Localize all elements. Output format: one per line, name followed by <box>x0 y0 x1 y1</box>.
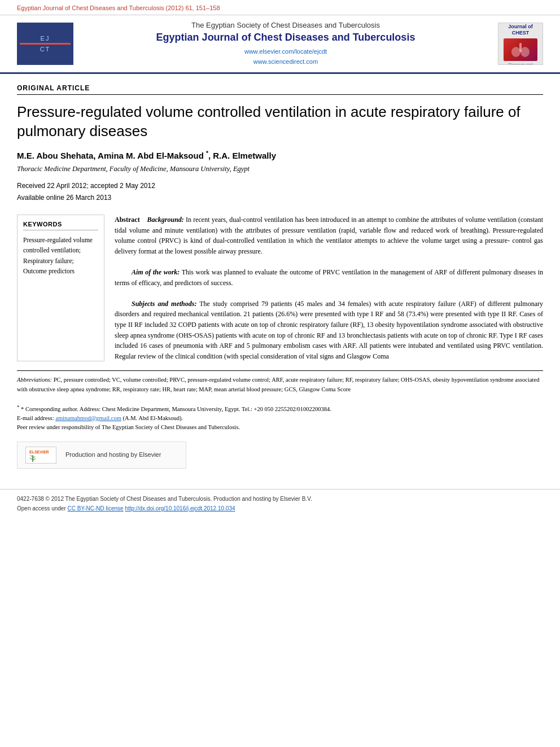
received-date: Received 22 April 2012; accepted 2 May 2… <box>17 180 543 193</box>
doi-suffix[interactable]: http://dx.doi.org/10.1016/j.ejcdt.2012.1… <box>125 505 235 512</box>
keywords-title: KEYWORDS <box>23 221 98 230</box>
citation-text: Egyptian Journal of Chest Diseases and T… <box>17 5 220 11</box>
svg-point-0 <box>511 47 520 57</box>
email-prefix: E-mail address: <box>17 415 55 421</box>
authors: M.E. Abou Shehata, Amina M. Abd El-Makso… <box>17 150 543 160</box>
peer-review-text: Peer review under responsibility of The … <box>17 424 240 430</box>
abstract-block: Abstract Background: In recent years, du… <box>115 215 543 361</box>
svg-text:ELSEVIER: ELSEVIER <box>29 450 49 454</box>
journal-urls: www.elsevier.com/locate/ejcdt www.scienc… <box>81 47 490 67</box>
svg-point-1 <box>520 47 530 57</box>
top-bar: Egyptian Journal of Chest Diseases and T… <box>0 0 560 15</box>
url1[interactable]: www.elsevier.com/locate/ejcdt <box>81 47 490 57</box>
elsevier-logo: ELSEVIER <box>25 447 56 464</box>
cover-image <box>504 38 537 61</box>
subjects-text: The study comprised 79 patients (45 male… <box>115 300 543 360</box>
corresponding-address: Address: Chest Medicine Department, Mans… <box>80 406 240 412</box>
journal-cover: The EgyptianJournal ofCHEST Diseases and… <box>498 23 543 65</box>
aim-indent <box>115 268 132 276</box>
journal-society: The Egyptian Society of Chest Diseases a… <box>81 21 490 29</box>
issn-copyright: 0422-7638 © 2012 The Egyptian Society of… <box>17 494 543 504</box>
abstract-text: Abstract Background: In recent years, du… <box>115 215 543 361</box>
content-grid: KEYWORDS Pressure-regulated volume contr… <box>17 215 543 361</box>
footnotes-divider <box>17 370 543 371</box>
journal-title-block: The Egyptian Society of Chest Diseases a… <box>81 21 490 67</box>
cc-license-link[interactable]: CC BY-NC-ND license <box>68 505 124 512</box>
journal-header: EJ CT The Egyptian Society of Chest Dise… <box>0 15 560 74</box>
email-link[interactable]: aminamahmod@gmail.com <box>55 415 121 421</box>
abbreviations-label: Abbreviations: <box>17 377 54 383</box>
corresponding-tel: Tel.: +20 050 2255202/01002200384. <box>242 406 331 412</box>
cover-title: The EgyptianJournal ofCHEST <box>504 23 537 37</box>
keyword-2: Respiratory failure; <box>23 256 98 266</box>
footnotes-left: Abbreviations: PC, pressure controlled; … <box>17 375 543 476</box>
keywords-box: KEYWORDS Pressure-regulated volume contr… <box>17 215 104 361</box>
journal-name: Egyptian Journal of Chest Diseases and T… <box>81 32 490 43</box>
url2[interactable]: www.sciencedirect.com <box>81 57 490 67</box>
dates: Received 22 April 2012; accepted 2 May 2… <box>17 180 543 204</box>
abstract-label: Abstract <box>115 216 140 224</box>
keyword-3: Outcome predictors <box>23 266 98 276</box>
page-wrapper: Egyptian Journal of Chest Diseases and T… <box>0 0 560 747</box>
elsevier-production-text: Production and hosting by Elsevier <box>65 450 161 460</box>
affiliation: Thoracic Medicine Department, Faculty of… <box>17 165 543 173</box>
corresponding-label: * * Corresponding author. <box>17 406 78 412</box>
corresponding-block: * * Corresponding author. Address: Chest… <box>17 403 543 432</box>
background-label: Background: <box>147 216 183 224</box>
abbreviations-text: Abbreviations: PC, pressure controlled; … <box>17 375 543 394</box>
abbreviations-content: PC, pressure controlled; VC, volume cont… <box>17 377 539 392</box>
open-access-line: Open access under CC BY-NC-ND license ht… <box>17 504 543 513</box>
bottom-bar: 0422-7638 © 2012 The Egyptian Society of… <box>0 489 560 518</box>
elsevier-footer: ELSEVIER Production and hosting by Elsev… <box>17 442 186 469</box>
authors-text: M.E. Abou Shehata, Amina M. Abd El-Makso… <box>17 151 276 160</box>
footnotes-section: Abbreviations: PC, pressure controlled; … <box>17 375 543 476</box>
aim-label: Aim of the work: <box>132 268 180 276</box>
keywords-list: Pressure-regulated volume controlled ven… <box>23 235 98 277</box>
available-date: Available online 26 March 2013 <box>17 192 543 204</box>
main-content: ORIGINAL ARTICLE Pressure-regulated volu… <box>0 74 560 488</box>
subjects-label: Subjects and methods: <box>132 300 196 308</box>
article-type: ORIGINAL ARTICLE <box>17 84 543 95</box>
open-access-prefix: Open access under <box>17 505 68 512</box>
article-title: Pressure-regulated volume controlled ven… <box>17 103 543 141</box>
email-suffix: (A.M. Abd El-Maksoud). <box>121 415 183 421</box>
svg-rect-2 <box>519 43 522 52</box>
ejct-logo: EJ CT <box>17 23 73 65</box>
subjects-indent <box>115 300 132 308</box>
keyword-1: Pressure-regulated volume controlled ven… <box>23 235 98 256</box>
